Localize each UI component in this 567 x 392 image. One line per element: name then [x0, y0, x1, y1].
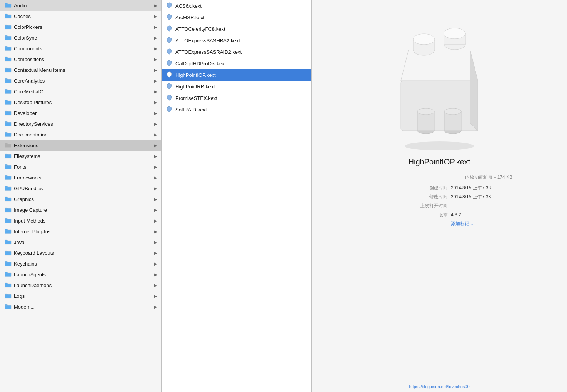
chevron-right-icon: ▶: [154, 154, 158, 158]
last-opened-label: 上次打开时间: [413, 202, 448, 209]
folder-item-launchagents[interactable]: LaunchAgents▶: [0, 269, 161, 280]
chevron-right-icon: ▶: [154, 208, 158, 212]
folder-item-gpubundles[interactable]: GPUBundles▶: [0, 183, 161, 194]
folder-icon: [5, 250, 12, 256]
chevron-right-icon: ▶: [154, 272, 158, 276]
chevron-right-icon: ▶: [154, 283, 158, 287]
folder-item-coremediaio[interactable]: CoreMediaIO▶: [0, 86, 161, 97]
folder-item-fonts[interactable]: Fonts▶: [0, 161, 161, 172]
kext-item-softraid-kext[interactable]: SoftRAID.kext: [162, 104, 311, 115]
folder-item-keychains[interactable]: Keychains▶: [0, 258, 161, 269]
folder-label: Compositions: [14, 56, 153, 62]
chevron-right-icon: ▶: [154, 186, 158, 190]
folder-icon: [5, 282, 12, 288]
kext-item-attoexpresssashba2-kext[interactable]: ATTOExpressSASHBA2.kext: [162, 35, 311, 46]
folder-item-modem...[interactable]: Modem...▶: [0, 301, 161, 312]
svg-point-9: [444, 28, 465, 39]
folder-label: Desktop Pictures: [14, 100, 153, 105]
folder-item-logs[interactable]: Logs▶: [0, 291, 161, 301]
folder-item-documentation[interactable]: Documentation▶: [0, 129, 161, 140]
folder-item-colorsync[interactable]: ColorSync▶: [0, 32, 161, 43]
svg-rect-1: [401, 81, 478, 131]
folder-icon: [5, 196, 12, 202]
chevron-right-icon: ▶: [154, 25, 158, 29]
chevron-right-icon: ▶: [154, 36, 158, 40]
folder-label: CoreMediaIO: [14, 89, 153, 95]
shield-icon: [166, 25, 175, 33]
folder-item-frameworks[interactable]: Frameworks▶: [0, 172, 161, 183]
chevron-right-icon: ▶: [154, 111, 158, 115]
kext-label: ATTOCelerityFC8.kext: [175, 26, 225, 32]
folder-icon: [5, 56, 12, 62]
kext-item-attoexpresssasraid2-kext[interactable]: ATTOExpressSASRAID2.kext: [162, 46, 311, 58]
folder-item-java[interactable]: Java▶: [0, 237, 161, 247]
kext-item-caldigithdprodrv-kext[interactable]: CalDigitHDProDrv.kext: [162, 58, 311, 69]
kext-label: ATTOExpressSASRAID2.kext: [175, 49, 242, 55]
chevron-right-icon: ▶: [154, 176, 158, 179]
version-value: 4.3.2: [451, 211, 512, 219]
folder-label: Components: [14, 46, 153, 51]
folder-label: Caches: [14, 13, 153, 19]
kext-item-arcmsr-kext[interactable]: ArcMSR.kext: [162, 12, 311, 23]
folder-item-audio[interactable]: Audio▶: [0, 0, 161, 11]
chevron-right-icon: ▶: [154, 90, 158, 93]
detail-info: 内核功能扩展－174 KB 创建时间 2014/8/15 上午7:38 修改时间…: [366, 174, 512, 228]
folder-item-launchdaemons[interactable]: LaunchDaemons▶: [0, 280, 161, 291]
folder-icon: [5, 304, 12, 310]
folder-label: DirectoryServices: [14, 121, 153, 127]
folder-list[interactable]: Audio▶ Caches▶ ColorPickers▶ ColorSync▶ …: [0, 0, 162, 392]
shield-icon: [166, 2, 175, 10]
folder-item-developer[interactable]: Developer▶: [0, 108, 161, 118]
shield-icon: [166, 14, 175, 21]
kext-file-list[interactable]: ACS6x.kext ArcMSR.kext ATTOCelerityFC8.k…: [162, 0, 312, 392]
folder-item-directoryservices[interactable]: DirectoryServices▶: [0, 118, 161, 129]
folder-label: Developer: [14, 110, 153, 116]
folder-item-image-capture[interactable]: Image Capture▶: [0, 204, 161, 215]
add-tag-button[interactable]: 添加标记...: [451, 220, 512, 228]
modified-label: 修改时间: [413, 193, 448, 201]
kext-item-attocelerityfc8-kext[interactable]: ATTOCelerityFC8.kext: [162, 23, 311, 35]
kext-item-highpointrr-kext[interactable]: HighPointRR.kext: [162, 81, 311, 92]
file-subtitle: 内核功能扩展－174 KB: [366, 174, 512, 181]
folder-item-coreanalytics[interactable]: CoreAnalytics▶: [0, 75, 161, 86]
folder-label: LaunchDaemons: [14, 282, 153, 288]
folder-item-extensions[interactable]: Extensions▶: [0, 140, 161, 151]
folder-label: Image Capture: [14, 207, 153, 213]
folder-item-filesystems[interactable]: Filesystems▶: [0, 151, 161, 161]
info-row-version: 版本 4.3.2: [366, 211, 512, 219]
folder-item-caches[interactable]: Caches▶: [0, 11, 161, 22]
chevron-right-icon: ▶: [154, 47, 158, 50]
folder-label: Extensions: [14, 143, 153, 148]
svg-point-12: [417, 108, 434, 115]
folder-item-compositions[interactable]: Compositions▶: [0, 54, 161, 65]
folder-label: Frameworks: [14, 175, 153, 181]
folder-icon: [5, 99, 12, 105]
folder-label: ColorPickers: [14, 24, 153, 30]
folder-item-keyboard-layouts[interactable]: Keyboard Layouts▶: [0, 247, 161, 258]
folder-label: GPUBundles: [14, 186, 153, 191]
kext-item-promisestex-kext[interactable]: PromiseSTEX.kext: [162, 92, 311, 104]
chevron-right-icon: ▶: [154, 68, 158, 72]
folder-item-input-methods[interactable]: Input Methods▶: [0, 215, 161, 226]
folder-label: CoreAnalytics: [14, 78, 153, 84]
folder-label: Audio: [14, 3, 153, 8]
chevron-right-icon: ▶: [154, 79, 158, 83]
watermark: https://blog.csdn.net/lovechris00: [409, 384, 469, 389]
folder-icon: [5, 142, 12, 148]
chevron-right-icon: ▶: [154, 240, 158, 244]
folder-item-contextual-menu-items[interactable]: Contextual Menu Items▶: [0, 65, 161, 75]
chevron-right-icon: ▶: [154, 219, 158, 223]
folder-item-components[interactable]: Components▶: [0, 43, 161, 54]
folder-icon: [5, 164, 12, 170]
folder-icon: [5, 174, 12, 181]
kext-item-acs6x-kext[interactable]: ACS6x.kext: [162, 0, 311, 12]
folder-item-desktop-pictures[interactable]: Desktop Pictures▶: [0, 97, 161, 108]
chevron-right-icon: ▶: [154, 133, 158, 136]
info-row-tag[interactable]: 添加标记...: [366, 220, 512, 228]
kext-item-highpointiop-kext[interactable]: HighPointIOP.kext: [162, 69, 311, 81]
folder-item-graphics[interactable]: Graphics▶: [0, 194, 161, 204]
folder-item-internet-plug-ins[interactable]: Internet Plug-Ins▶: [0, 226, 161, 237]
folder-item-colorpickers[interactable]: ColorPickers▶: [0, 22, 161, 32]
chevron-right-icon: ▶: [154, 229, 158, 233]
chevron-right-icon: ▶: [154, 262, 158, 266]
